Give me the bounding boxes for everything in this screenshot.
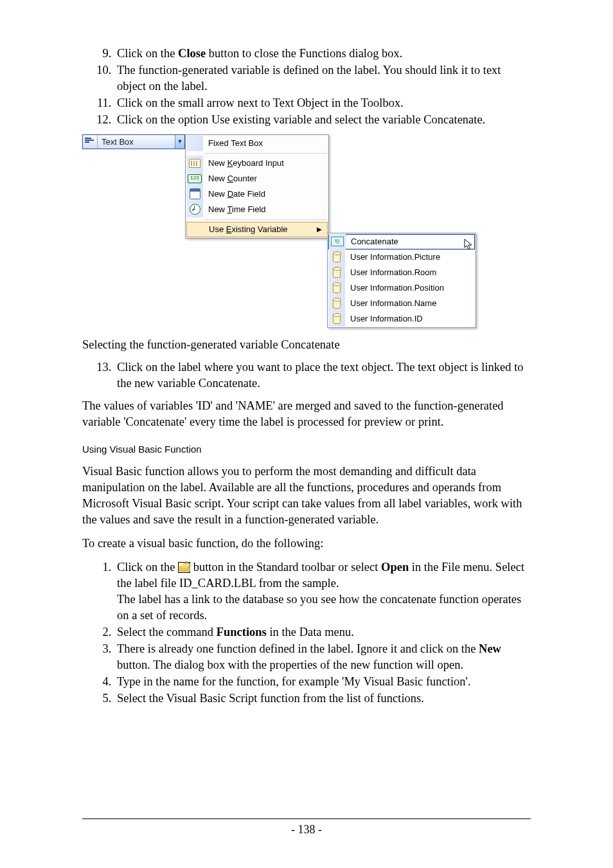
database-icon: [333, 283, 341, 293]
calendar-icon: [190, 188, 200, 199]
screenshot-textbox-menu: Text Box ▼ Fixed Text Box New Keyboard I…: [82, 134, 476, 328]
ordered-list-step-13: Click on the label where you want to pla…: [82, 359, 531, 392]
mouse-cursor-icon: [464, 239, 473, 250]
textbox-dropdown-menu: Fixed Text Box New Keyboard Input 123 Ne…: [185, 134, 329, 239]
step-9-bold: Close: [178, 47, 206, 60]
submenu-arrow-icon: ▶: [317, 225, 327, 234]
menu-fixed-text-box[interactable]: Fixed Text Box: [186, 136, 328, 151]
menu-new-time-field[interactable]: New Time Field: [186, 202, 328, 217]
database-icon: [333, 298, 341, 309]
submenu-item-position[interactable]: User Information.Position: [328, 280, 475, 296]
menu-use-existing-variable[interactable]: Use Existing Variable ▶: [186, 222, 328, 237]
textbox-toolbar-button[interactable]: Text Box ▼: [82, 134, 185, 149]
textbox-icon: [83, 135, 98, 149]
submenu-item-name[interactable]: User Information.Name: [328, 296, 475, 311]
screenshot-caption: Selecting the function-generated variabl…: [82, 337, 531, 353]
menu-new-date-field[interactable]: New Date Field: [186, 186, 328, 202]
paragraph-merged-values: The values of variables 'ID' and 'NAME' …: [82, 398, 531, 430]
step-13: Click on the label where you want to pla…: [114, 359, 531, 392]
dropdown-arrow-icon[interactable]: ▼: [175, 135, 184, 149]
open-file-icon: [178, 562, 190, 573]
submenu-item-id[interactable]: User Information.ID: [328, 311, 475, 327]
database-icon: [333, 267, 341, 278]
step-9-pre: Click on the: [117, 47, 178, 60]
variable-submenu: f() Concatenate User Information.Picture…: [327, 233, 476, 328]
menu-new-counter[interactable]: 123 New Counter: [186, 171, 328, 186]
submenu-item-concatenate[interactable]: f() Concatenate: [328, 234, 475, 249]
step-10: The function-generated variable is defin…: [114, 62, 531, 95]
submenu-item-room[interactable]: User Information.Room: [328, 265, 475, 280]
step-12: Click on the option Use existing variabl…: [114, 112, 531, 128]
function-icon: f(): [331, 237, 344, 246]
database-icon: [333, 252, 341, 262]
step-9-post: button to close the Functions dialog box…: [206, 47, 402, 60]
page-footer: - 138 -: [82, 818, 531, 837]
ordered-list-steps-first: Click on the Close button to close the F…: [82, 46, 531, 128]
section-heading-vb: Using Visual Basic Function: [82, 443, 531, 456]
page-number: - 138 -: [291, 823, 322, 836]
paragraph-vb-intro: To create a visual basic function, do th…: [82, 536, 531, 552]
ordered-list-steps-second: Click on the button in the Standard tool…: [82, 559, 531, 707]
paragraph-vb-desc: Visual Basic function allows you to perf…: [82, 464, 531, 528]
menu-new-keyboard-input[interactable]: New Keyboard Input: [186, 156, 328, 171]
textbox-toolbar-label: Text Box: [98, 136, 134, 148]
step-11: Click on the small arrow next to Text Ob…: [114, 95, 531, 111]
database-icon: [333, 314, 341, 324]
clock-icon: [190, 204, 200, 215]
keyboard-icon: [189, 159, 200, 168]
submenu-item-picture[interactable]: User Information.Picture: [328, 249, 475, 265]
counter-icon: 123: [188, 174, 202, 183]
